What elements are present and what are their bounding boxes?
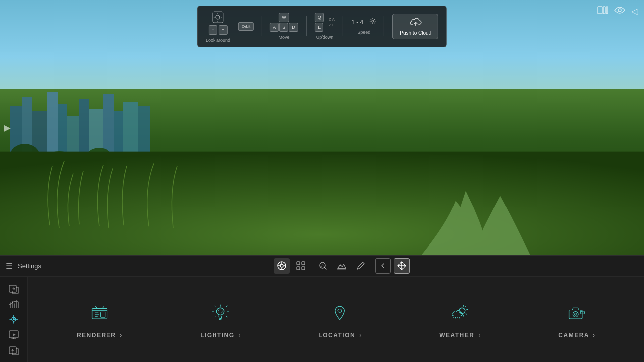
speed-settings-icon[interactable] (369, 18, 376, 27)
renderer-icon (87, 300, 112, 326)
weather-arrow: › (478, 332, 480, 339)
search-tool-button[interactable] (315, 258, 331, 274)
ctrl-updown: Q E Z A Z E Up/down (315, 13, 335, 40)
divider-2 (306, 16, 307, 36)
svg-rect-17 (603, 7, 605, 14)
nav-back-button[interactable] (375, 258, 391, 274)
svg-rect-36 (100, 312, 105, 317)
svg-rect-26 (302, 262, 305, 265)
svg-point-38 (218, 310, 222, 313)
target-tool-button[interactable] (274, 258, 290, 274)
cloud-upload-icon (410, 17, 422, 28)
toolbar: ☰ Settings (0, 255, 644, 277)
location-label: LOCATION (319, 332, 355, 339)
layout-icon[interactable] (597, 6, 608, 17)
renderer-label: RENDERER (77, 332, 116, 339)
key-q: Q (315, 13, 324, 22)
foliage-foreground (0, 102, 644, 255)
push-to-cloud-button[interactable]: Push to Cloud (392, 14, 438, 39)
svg-point-19 (618, 9, 621, 12)
camera-label-row: CAMERA › (558, 332, 595, 339)
speed-range: 1 - 4 (351, 19, 363, 26)
divider-4 (384, 16, 384, 36)
key-e: E (315, 23, 323, 32)
lighting-label: LIGHTING (200, 332, 234, 339)
weather-label-row: WEATHER › (439, 332, 480, 339)
svg-rect-15 (0, 152, 644, 255)
category-location[interactable]: LOCATION › (307, 292, 373, 347)
sidebar-import-icon[interactable] (5, 283, 23, 295)
lighting-label-row: LIGHTING › (200, 332, 240, 339)
toolbar-center (46, 258, 638, 274)
svg-point-37 (216, 308, 224, 315)
categories-container: RENDERER › LIGHTING › (28, 277, 644, 362)
svg-rect-16 (598, 7, 602, 14)
key-d: D (289, 23, 298, 32)
move-label: Move (279, 35, 290, 40)
toolbar-divider-2 (372, 260, 372, 272)
camera-icon (564, 300, 590, 326)
viewport: ▶ ◁ (0, 0, 644, 255)
category-camera[interactable]: CAMERA › (546, 292, 607, 347)
pen-tool-button[interactable] (353, 258, 369, 274)
weather-label: WEATHER (439, 332, 474, 339)
bottom-panel: RENDERER › LIGHTING › (0, 277, 644, 362)
sidebar-adjust-icon[interactable] (5, 313, 23, 326)
eye-icon[interactable] (614, 6, 625, 17)
ctrl-move: W A S D Move (270, 13, 298, 40)
grid-tool-button[interactable] (293, 258, 309, 274)
renderer-label-row: RENDERER › (77, 332, 122, 339)
renderer-arrow: › (120, 332, 122, 339)
push-to-cloud-label: Push to Cloud (400, 30, 431, 36)
key-orbit: Orbit (238, 22, 254, 31)
category-lighting[interactable]: LIGHTING › (188, 292, 252, 347)
svg-point-32 (13, 318, 15, 320)
weather-icon (447, 300, 473, 326)
svg-point-21 (216, 15, 220, 19)
sidebar (0, 277, 28, 362)
camera-arrow: › (593, 332, 595, 339)
svg-rect-25 (297, 262, 300, 265)
svg-point-42 (573, 312, 578, 317)
location-label-row: LOCATION › (319, 332, 361, 339)
updown-label: Up/down (316, 35, 334, 40)
move-tool-button[interactable] (394, 258, 410, 274)
svg-point-43 (575, 313, 577, 316)
speed-display: 1 - 4 (351, 19, 363, 26)
controls-overlay: ↑ + Look around Orbit W A S (197, 6, 447, 47)
lighting-icon (208, 300, 233, 326)
back-icon[interactable]: ◁ (631, 6, 638, 17)
sidebar-export-icon[interactable] (5, 344, 23, 356)
camera-label: CAMERA (558, 332, 589, 339)
key-s: S (279, 23, 288, 32)
terrain-tool-button[interactable] (334, 258, 350, 274)
sidebar-play-icon[interactable] (5, 328, 23, 341)
key-plus: + (218, 25, 227, 35)
key-arrow-up: ↑ (208, 25, 217, 35)
category-renderer[interactable]: RENDERER › (65, 292, 134, 347)
location-icon (327, 300, 353, 326)
key-a: A (270, 23, 279, 32)
svg-point-24 (280, 264, 283, 267)
svg-rect-27 (297, 267, 300, 270)
viewport-left-arrow[interactable]: ▶ (4, 122, 11, 133)
look-around-icon (211, 10, 225, 24)
svg-rect-18 (606, 7, 608, 14)
speed-label: Speed (357, 30, 370, 35)
hamburger-menu-icon[interactable]: ☰ (6, 261, 13, 271)
divider-1 (262, 16, 262, 36)
viewport-top-right-controls: ◁ (597, 6, 638, 17)
ctrl-look-around: ↑ + Look around (206, 10, 230, 43)
divider-3 (343, 16, 343, 36)
key-w: W (279, 13, 289, 22)
settings-label[interactable]: Settings (18, 262, 41, 270)
toolbar-divider-1 (312, 260, 312, 272)
lighting-arrow: › (239, 332, 241, 339)
sidebar-analytics-icon[interactable] (5, 298, 23, 310)
look-around-label: Look around (206, 38, 230, 43)
location-arrow: › (359, 332, 361, 339)
ctrl-speed: 1 - 4 Speed (351, 18, 376, 35)
svg-rect-28 (302, 267, 305, 270)
svg-point-22 (372, 20, 374, 22)
category-weather[interactable]: WEATHER › (428, 292, 492, 347)
